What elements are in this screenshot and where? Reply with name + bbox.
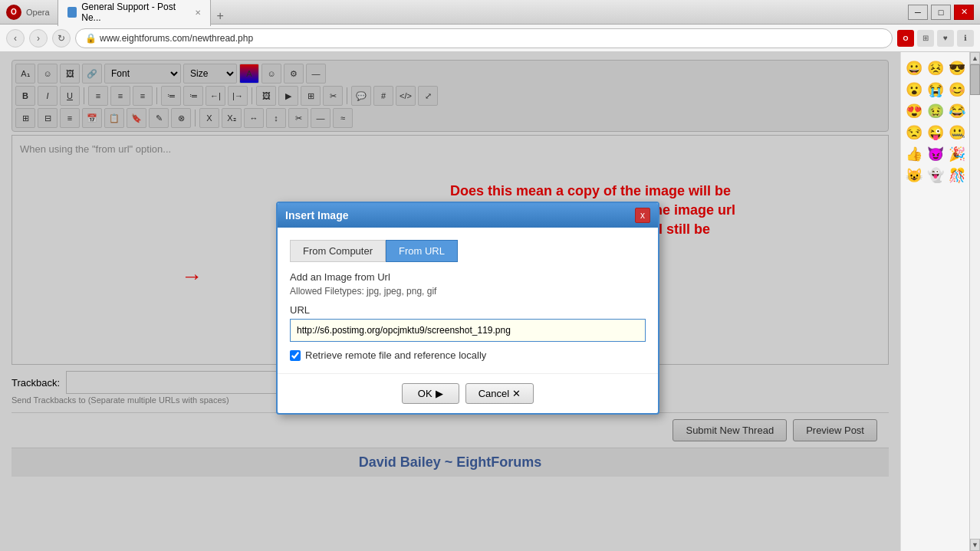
emoji-16[interactable]: 😺 [904,166,924,185]
modal-title: Insert Image [285,209,348,221]
modal-footer: OK ▶ Cancel ✕ [278,373,658,413]
url-bar[interactable]: 🔒 www.eightforums.com/newthread.php [75,28,893,48]
emoji-5[interactable]: 😭 [926,80,945,100]
close-btn[interactable]: ✕ [954,5,974,20]
modal-url-label: URL [290,304,646,316]
scrollbar: ▲ ▼ [969,52,980,551]
emoji-11[interactable]: 😜 [926,123,945,143]
url-text: www.eightforums.com/newthread.php [100,33,253,44]
tab-favicon [67,7,77,18]
tab-bar: General Support - Post Ne... ✕ + [58,0,908,26]
lock-icon: 🔒 [85,33,97,44]
modal-body: From Computer From URL Add an Image from… [278,228,658,373]
emoji-4[interactable]: 😮 [904,80,924,100]
heart-icon[interactable]: ♥ [937,30,954,47]
restore-btn[interactable]: □ [931,5,951,20]
ok-btn[interactable]: OK ▶ [402,383,459,404]
scroll-thumb[interactable] [970,64,980,95]
emoji-14[interactable]: 😈 [926,144,945,164]
emoji-18[interactable]: 🎊 [947,166,967,185]
title-bar: O Opera General Support - Post Ne... ✕ +… [0,0,980,25]
modal-filetypes: Allowed Filetypes: jpg, jpeg, png, gif [290,286,646,297]
retrieve-checkbox-label: Retrieve remote file and reference local… [305,349,486,361]
minimize-btn[interactable]: ─ [908,5,928,20]
tab-close-btn[interactable]: ✕ [195,8,201,17]
retrieve-checkbox[interactable] [290,350,301,361]
modal-checkbox-row: Retrieve remote file and reference local… [290,349,646,361]
new-tab-btn[interactable]: + [211,6,230,26]
emoji-6[interactable]: 😊 [947,80,967,100]
modal-url-input[interactable] [290,319,646,342]
modal-header: Insert Image x [278,203,658,228]
active-tab[interactable]: General Support - Post Ne... ✕ [58,0,211,26]
emoji-sidebar: 😀 😣 😎 😮 😭 😊 😍 🤢 😂 😒 😜 🤐 👍 😈 🎉 😺 👻 🎊 [900,52,969,551]
address-icons: O ⊞ ♥ ℹ [897,30,974,47]
emoji-2[interactable]: 😣 [926,58,945,78]
grid-icon[interactable]: ⊞ [917,30,934,47]
emoji-3[interactable]: 😎 [947,58,967,78]
modal-close-btn[interactable]: x [635,208,650,223]
emoji-8[interactable]: 🤢 [926,101,945,121]
scroll-down-btn[interactable]: ▼ [970,539,980,551]
modal-overlay: Insert Image x From Computer From URL Ad… [0,52,900,551]
emoji-17[interactable]: 👻 [926,166,945,185]
address-bar: ‹ › ↻ 🔒 www.eightforums.com/newthread.ph… [0,25,980,52]
tab-from-url[interactable]: From URL [386,240,458,262]
scroll-track [970,64,980,539]
emoji-7[interactable]: 😍 [904,101,924,121]
forward-btn[interactable]: › [29,29,48,48]
opera-icon[interactable]: O [897,30,914,47]
browser-name: Opera [26,8,50,17]
info-icon[interactable]: ℹ [957,30,974,47]
window-controls: ─ □ ✕ [908,5,974,20]
page-content: A₁ ☺ 🖼 🔗 Font Size A ☺ ⚙ — B I U [0,52,980,551]
emoji-10[interactable]: 😒 [904,123,924,143]
modal-desc: Add an Image from Url [290,271,646,283]
cancel-btn[interactable]: Cancel ✕ [465,383,534,404]
browser-logo: O [6,5,21,20]
emoji-12[interactable]: 🤐 [947,123,967,143]
insert-image-modal: Insert Image x From Computer From URL Ad… [276,202,659,415]
scroll-up-btn[interactable]: ▲ [970,52,980,64]
emoji-13[interactable]: 👍 [904,144,924,164]
tab-label: General Support - Post Ne... [81,2,186,23]
main-content: A₁ ☺ 🖼 🔗 Font Size A ☺ ⚙ — B I U [0,52,900,551]
emoji-9[interactable]: 😂 [947,101,967,121]
tab-from-computer[interactable]: From Computer [290,240,386,262]
refresh-btn[interactable]: ↻ [52,29,71,48]
back-btn[interactable]: ‹ [6,29,25,48]
modal-tabs: From Computer From URL [290,240,646,262]
emoji-1[interactable]: 😀 [904,58,924,78]
emoji-15[interactable]: 🎉 [947,144,967,164]
